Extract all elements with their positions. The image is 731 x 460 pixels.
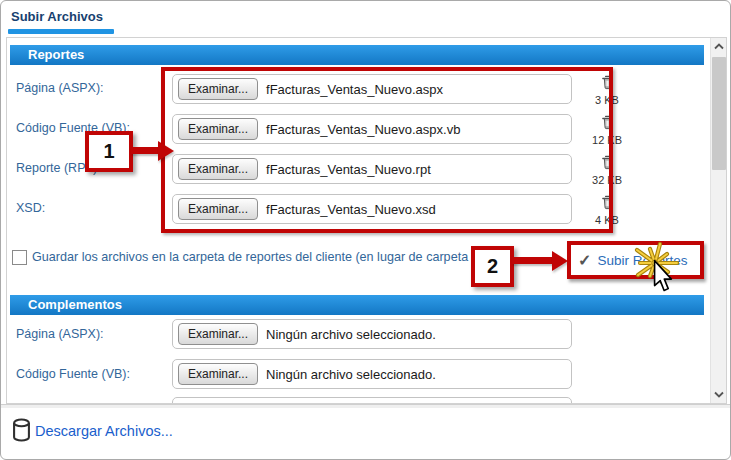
callout-1-arrow-head: [158, 141, 174, 161]
database-icon: [12, 418, 31, 447]
save-to-client-folder-checkbox[interactable]: [12, 250, 27, 265]
browse-button[interactable]: Examinar...: [178, 363, 258, 385]
browse-button[interactable]: Examinar...: [178, 323, 258, 345]
file-input-partially-visible[interactable]: [172, 397, 572, 404]
section-header-complementos: Complementos: [10, 295, 704, 315]
callout-1: 1: [85, 131, 133, 172]
field-label-comp-pagina-aspx: Página (ASPX):: [16, 327, 104, 341]
callout-2: 2: [471, 246, 514, 287]
tab-active-underline: [8, 29, 114, 34]
save-to-client-folder-label: Guardar los archivos en la carpeta de re…: [32, 250, 497, 264]
file-input-comp-codigo-fuente[interactable]: Examinar... Ningún archivo seleccionado.: [172, 359, 572, 389]
section-header-reportes: Reportes: [10, 45, 704, 65]
field-label-pagina-aspx: Página (ASPX):: [16, 81, 104, 95]
vertical-scrollbar[interactable]: [710, 38, 726, 403]
field-label-comp-codigo-fuente: Código Fuente (VB):: [16, 367, 130, 381]
callout-1-arrow-shaft: [131, 147, 159, 154]
field-label-xsd: XSD:: [16, 201, 45, 215]
check-icon: ✓: [578, 251, 591, 270]
file-name: Ningún archivo seleccionado.: [266, 327, 436, 342]
descargar-archivos-link[interactable]: Descargar Archivos...: [35, 423, 173, 439]
annotation-rect-file-inputs: [161, 67, 613, 233]
callout-2-arrow-shaft: [512, 257, 554, 264]
scroll-up-button[interactable]: [711, 38, 727, 55]
scrollbar-thumb[interactable]: [712, 57, 726, 170]
footer-divider-shadow: [1, 405, 731, 408]
mouse-cursor-icon: [647, 259, 673, 301]
callout-2-arrow-head: [552, 251, 568, 271]
tab-subir-archivos[interactable]: Subir Archivos: [11, 9, 103, 24]
upload-files-window: Subir Archivos Reportes Página (ASPX): E…: [0, 0, 731, 460]
scroll-down-button[interactable]: [711, 386, 727, 403]
file-name: Ningún archivo seleccionado.: [266, 367, 436, 382]
file-input-comp-pagina-aspx[interactable]: Examinar... Ningún archivo seleccionado.: [172, 319, 572, 349]
